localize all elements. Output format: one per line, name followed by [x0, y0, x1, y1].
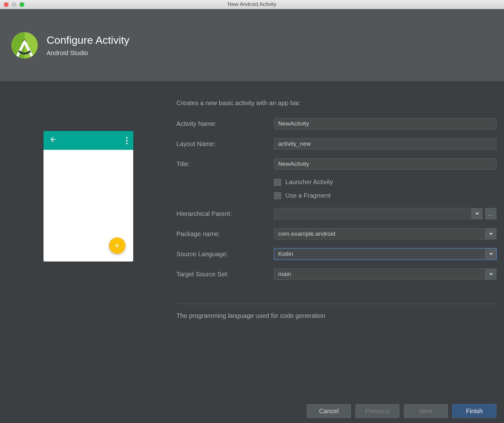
- title-label: Title:: [176, 161, 274, 168]
- package-name-label: Package name:: [176, 230, 274, 238]
- package-name-value: com.example.android: [278, 230, 335, 237]
- minimize-window-button[interactable]: [12, 2, 16, 7]
- activity-preview: +: [43, 131, 133, 262]
- chevron-down-icon[interactable]: [485, 269, 496, 279]
- overflow-menu-icon: [126, 137, 128, 144]
- activity-name-input[interactable]: NewActivity: [274, 118, 496, 129]
- wizard-footer: Cancel Previous Next Finish: [307, 404, 496, 418]
- target-source-set-label: Target Source Set:: [176, 271, 274, 278]
- layout-name-value: activity_new: [278, 140, 311, 147]
- hierarchical-parent-label: Hierarchical Parent:: [176, 210, 274, 217]
- layout-name-label: Layout Name:: [176, 140, 274, 148]
- source-language-value: Kotlin: [278, 251, 293, 257]
- use-fragment-label: Use a Fragment: [285, 192, 330, 199]
- title-value: NewActivity: [278, 161, 309, 167]
- zoom-window-button[interactable]: [20, 2, 24, 7]
- source-language-label: Source Language:: [176, 251, 274, 258]
- title-input[interactable]: NewActivity: [274, 158, 496, 170]
- cancel-button[interactable]: Cancel: [307, 404, 351, 418]
- source-language-combo[interactable]: Kotlin: [274, 248, 496, 260]
- finish-button[interactable]: Finish: [452, 404, 496, 418]
- chevron-down-icon[interactable]: [485, 249, 496, 259]
- previous-button[interactable]: Previous: [355, 404, 399, 418]
- use-fragment-checkbox[interactable]: [274, 192, 281, 199]
- header-banner: Configure Activity Android Studio: [0, 9, 504, 81]
- layout-name-input[interactable]: activity_new: [274, 138, 496, 149]
- form-description: Creates a new basic activity with an app…: [176, 99, 496, 107]
- page-title: Configure Activity: [47, 34, 129, 46]
- launcher-activity-checkbox[interactable]: [274, 179, 281, 186]
- next-button[interactable]: Next: [404, 404, 448, 418]
- package-name-combo[interactable]: com.example.android: [274, 228, 496, 240]
- android-studio-logo-icon: [11, 32, 38, 59]
- help-text: The programming language used for code g…: [176, 312, 496, 319]
- window-controls: [4, 2, 24, 7]
- back-arrow-icon: [49, 135, 57, 145]
- close-window-button[interactable]: [4, 2, 9, 7]
- fab-icon: +: [109, 237, 125, 254]
- activity-name-label: Activity Name:: [176, 120, 274, 127]
- activity-name-value: NewActivity: [278, 120, 309, 127]
- target-source-set-combo[interactable]: main: [274, 268, 496, 280]
- browse-parent-button[interactable]: …: [485, 208, 496, 219]
- chevron-down-icon[interactable]: [485, 228, 496, 239]
- launcher-activity-label: Launcher Activity: [285, 178, 333, 186]
- chevron-down-icon[interactable]: [472, 208, 482, 219]
- hierarchical-parent-combo[interactable]: [274, 208, 483, 219]
- page-subtitle: Android Studio: [47, 49, 129, 57]
- window-titlebar: New Android Activity: [0, 0, 504, 9]
- divider: [176, 304, 496, 304]
- window-title: New Android Activity: [0, 1, 504, 8]
- target-source-set-value: main: [278, 271, 291, 278]
- preview-appbar: [43, 131, 133, 150]
